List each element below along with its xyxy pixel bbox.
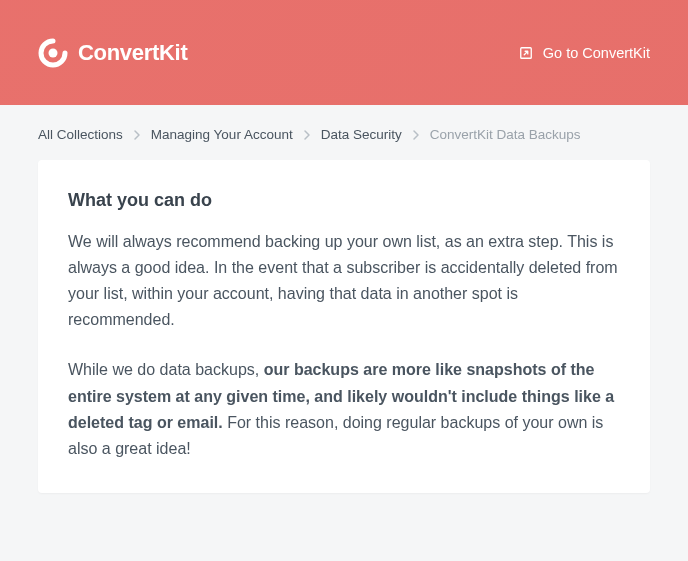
convertkit-logo-icon xyxy=(38,38,68,68)
breadcrumb-data-security[interactable]: Data Security xyxy=(321,127,402,142)
breadcrumb-current: ConvertKit Data Backups xyxy=(430,127,581,142)
breadcrumb-all-collections[interactable]: All Collections xyxy=(38,127,123,142)
svg-point-0 xyxy=(49,48,58,57)
section-title: What you can do xyxy=(68,190,620,211)
paragraph-2: While we do data backups, our backups ar… xyxy=(68,357,620,463)
page-header: ConvertKit Go to ConvertKit xyxy=(0,0,688,105)
header-link-label: Go to ConvertKit xyxy=(543,45,650,61)
chevron-right-icon xyxy=(133,129,141,141)
logo-text: ConvertKit xyxy=(78,40,187,66)
article-card: What you can do We will always recommend… xyxy=(38,160,650,493)
go-to-convertkit-link[interactable]: Go to ConvertKit xyxy=(519,45,650,61)
breadcrumb-managing-account[interactable]: Managing Your Account xyxy=(151,127,293,142)
chevron-right-icon xyxy=(303,129,311,141)
paragraph-1: We will always recommend backing up your… xyxy=(68,229,620,333)
chevron-right-icon xyxy=(412,129,420,141)
breadcrumb: All Collections Managing Your Account Da… xyxy=(0,105,688,160)
logo[interactable]: ConvertKit xyxy=(38,38,187,68)
paragraph-2-lead: While we do data backups, xyxy=(68,361,264,378)
external-link-icon xyxy=(519,46,533,60)
